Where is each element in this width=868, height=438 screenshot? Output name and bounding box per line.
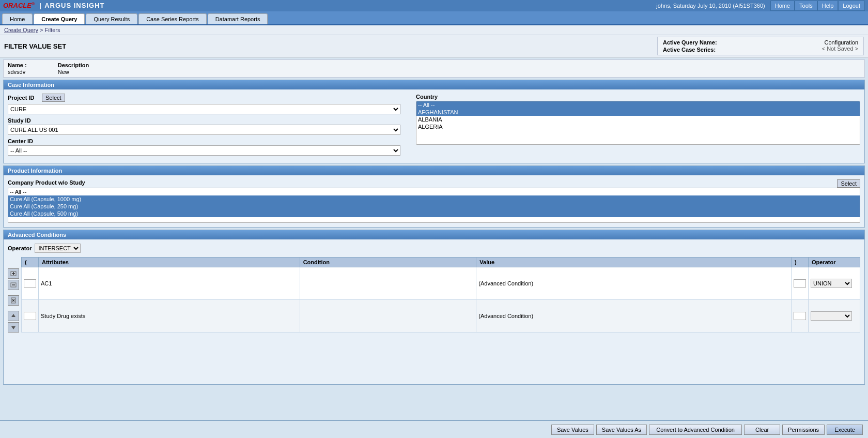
row2-operator-select[interactable]: UNION INTERSECT MINUS	[811, 311, 852, 321]
row2-close-paren-cell	[792, 300, 809, 333]
top-right-area: johns, Saturday July 10, 2010 (AI51ST360…	[656, 1, 865, 11]
operator-select[interactable]: INTERSECT UNION MINUS	[35, 244, 81, 253]
row2-condition	[300, 300, 476, 333]
advanced-conditions-section: Advanced Conditions Operator INTERSECT U…	[3, 230, 865, 385]
app-name: ARGUS INSIGHT	[44, 2, 104, 9]
row2-operator-cell: UNION INTERSECT MINUS	[809, 300, 860, 333]
center-id-label: Center ID	[8, 138, 411, 144]
row2-attribute: Study Drug exists	[39, 300, 300, 333]
center-id-select[interactable]: -- All --	[8, 145, 400, 156]
config-label: Configuration	[822, 39, 858, 46]
case-information-body: Project ID Select CURE Study ID CURE ALL…	[4, 89, 864, 163]
svg-marker-8	[11, 314, 16, 317]
move-down-button[interactable]	[8, 322, 19, 333]
oracle-logo: ORACLE®	[3, 2, 35, 9]
move-up-button[interactable]	[8, 311, 19, 321]
page-title: FILTER VALUE SET	[4, 42, 66, 50]
save-values-button[interactable]: Save Values	[551, 425, 594, 435]
company-product-label: Company Product w/o Study	[8, 179, 85, 186]
breadcrumb: Create Query > Filters	[0, 25, 868, 35]
row2-open-paren-cell	[22, 300, 39, 333]
col-condition: Condition	[300, 258, 476, 267]
case-information-section: Case Information Project ID Select CURE …	[3, 80, 865, 163]
col-attributes: Attributes	[39, 258, 300, 267]
permissions-button[interactable]: Permissions	[782, 425, 825, 435]
table-row: Study Drug exists (Advanced Condition) U…	[22, 300, 860, 333]
name-label: Name :	[8, 62, 27, 68]
convert-button[interactable]: Convert to Advanced Condition	[649, 425, 742, 435]
config-value: < Not Saved >	[822, 46, 858, 52]
study-id-select[interactable]: CURE ALL US 001	[8, 125, 400, 135]
bottom-bar: Save Values Save Values As Convert to Ad…	[0, 420, 868, 438]
name-value: sdvsdv	[8, 69, 27, 75]
description-value: New	[58, 69, 89, 75]
delete-condition-button[interactable]	[8, 295, 19, 306]
row1-operator-select[interactable]: UNION INTERSECT MINUS	[811, 279, 852, 288]
product-information-body: Company Product w/o Study Select -- All …	[4, 175, 864, 227]
top-bar: ORACLE® | ARGUS INSIGHT johns, Saturday …	[0, 0, 868, 11]
row1-close-paren-cell	[792, 267, 809, 300]
row1-attribute: AC1	[39, 267, 300, 300]
row1-operator-cell: UNION INTERSECT MINUS	[809, 267, 860, 300]
project-id-select[interactable]: CURE	[8, 104, 400, 114]
add-condition-button[interactable]	[8, 268, 19, 279]
project-id-select-button[interactable]: Select	[42, 94, 65, 102]
study-id-label: Study ID	[8, 117, 411, 124]
product-information-section: Product Information Company Product w/o …	[3, 165, 865, 228]
row2-value: (Advanced Condition)	[476, 300, 792, 333]
product-select-button[interactable]: Select	[837, 179, 860, 188]
tools-nav-button[interactable]: Tools	[795, 1, 817, 11]
tab-datamart-reports[interactable]: Datamart Reports	[208, 13, 268, 24]
col-value: Value	[476, 258, 792, 267]
breadcrumb-create-query[interactable]: Create Query	[4, 27, 38, 33]
row2-close-paren-input[interactable]	[794, 312, 806, 320]
clear-button[interactable]: Clear	[744, 425, 780, 435]
adv-left-buttons	[8, 257, 19, 333]
tab-case-series-reports[interactable]: Case Series Reports	[138, 13, 207, 24]
main-navigation: Home Create Query Query Results Case Ser…	[0, 11, 868, 25]
home-nav-button[interactable]: Home	[770, 1, 795, 11]
help-nav-button[interactable]: Help	[817, 1, 839, 11]
advanced-conditions-table: ( Attributes Condition Value ) Operator …	[21, 257, 860, 333]
case-information-header: Case Information	[4, 80, 864, 89]
breadcrumb-filters: Filters	[45, 27, 60, 33]
advanced-conditions-body: Operator INTERSECT UNION MINUS	[4, 239, 864, 384]
row1-condition	[300, 267, 476, 300]
country-listbox[interactable]: -- All -- AFGHANISTAN ALBANIA ALGERIA	[416, 101, 860, 145]
tab-query-results[interactable]: Query Results	[86, 13, 137, 24]
operator-label: Operator	[8, 245, 32, 251]
col-open-paren: (	[22, 258, 39, 267]
logo-area: ORACLE® | ARGUS INSIGHT	[3, 2, 104, 9]
row2-open-paren-input[interactable]	[24, 312, 36, 320]
product-information-header: Product Information	[4, 166, 864, 175]
country-label: Country	[416, 94, 860, 100]
row1-open-paren-input[interactable]	[24, 279, 36, 288]
table-row: AC1 (Advanced Condition) UNION INTERSECT…	[22, 267, 860, 300]
row1-value: (Advanced Condition)	[476, 267, 792, 300]
active-case-label: Active Case Series:	[663, 47, 716, 53]
active-query-label: Active Query Name:	[663, 39, 717, 46]
user-info: johns, Saturday July 10, 2010 (AI51ST360…	[656, 3, 765, 9]
col-operator: Operator	[809, 258, 860, 267]
project-id-label: Project ID	[8, 95, 39, 101]
logout-nav-button[interactable]: Logout	[838, 1, 865, 11]
description-label: Description	[58, 62, 89, 68]
row1-open-paren-cell	[22, 267, 39, 300]
row1-close-paren-input[interactable]	[794, 279, 806, 288]
advanced-conditions-header: Advanced Conditions	[4, 230, 864, 239]
tab-create-query[interactable]: Create Query	[34, 13, 85, 24]
title-section: FILTER VALUE SET Active Query Name: Acti…	[0, 35, 868, 57]
svg-marker-9	[11, 326, 16, 329]
product-listbox[interactable]: -- All -- Cure All (Capsule, 1000 mg) Cu…	[8, 188, 860, 223]
save-values-as-button[interactable]: Save Values As	[596, 425, 647, 435]
edit-condition-button[interactable]	[8, 280, 19, 290]
tab-home[interactable]: Home	[2, 13, 33, 24]
execute-button[interactable]: Execute	[827, 425, 863, 435]
name-desc-section: Name : sdvsdv Description New	[3, 59, 865, 78]
col-close-paren: )	[792, 258, 809, 267]
query-info-box: Active Query Name: Active Case Series: C…	[657, 37, 864, 55]
